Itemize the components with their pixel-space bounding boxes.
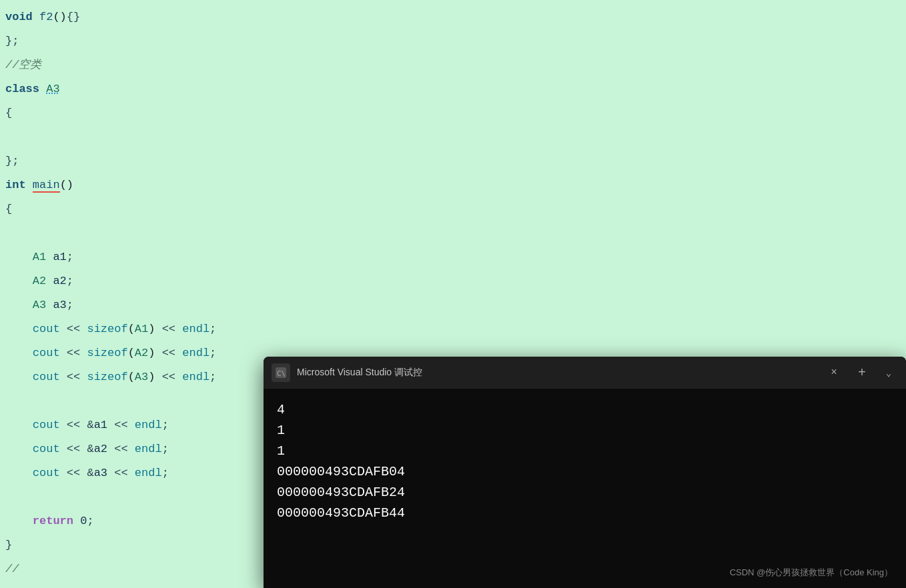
code-line: A3 a3; — [5, 293, 216, 317]
terminal-output-line-5: 000000493CDAFB24 — [277, 482, 893, 503]
terminal-new-tab-button[interactable]: + — [851, 362, 873, 383]
terminal-output-line-4: 000000493CDAFB04 — [277, 461, 893, 482]
svg-text:C\: C\ — [277, 369, 286, 378]
code-line: class A3 — [5, 77, 216, 101]
terminal-titlebar: C\ Microsoft Visual Studio 调试控 × + ⌄ — [264, 357, 906, 389]
code-line: cout << &a2 << endl; — [5, 437, 216, 461]
terminal-title: Microsoft Visual Studio 调试控 — [297, 367, 817, 379]
code-line: cout << sizeof(A2) << endl; — [5, 341, 216, 365]
terminal-footer: CSDN @伤心男孩拯救世界（Code King） — [730, 566, 893, 580]
code-line: int main() — [5, 173, 216, 197]
terminal-close-button[interactable]: × — [823, 362, 845, 383]
code-line: cout << sizeof(A3) << endl; — [5, 365, 216, 389]
terminal-output-line-6: 000000493CDAFB44 — [277, 503, 893, 523]
code-line — [5, 221, 216, 245]
code-line: // — [5, 557, 216, 581]
code-line: A1 a1; — [5, 245, 216, 269]
code-line — [5, 485, 216, 509]
code-line: }; — [5, 149, 216, 173]
code-line: void f2(){} — [5, 5, 216, 29]
code-line: }; — [5, 29, 216, 53]
code-line: cout << sizeof(A1) << endl; — [5, 317, 216, 341]
terminal-app-icon: C\ — [272, 363, 290, 382]
terminal-output-line-3: 1 — [277, 441, 893, 461]
code-content: void f2(){} }; //空类 class A3 { }; int ma… — [0, 0, 216, 588]
code-line: return 0; — [5, 509, 216, 533]
code-line — [5, 125, 216, 149]
terminal-output-line-2: 1 — [277, 420, 893, 441]
code-line — [5, 389, 216, 413]
code-line: cout << &a1 << endl; — [5, 413, 216, 437]
code-line: //空类 — [5, 53, 216, 77]
terminal-body: 4 1 1 000000493CDAFB04 000000493CDAFB24 … — [264, 389, 906, 588]
code-line: // — [5, 581, 216, 588]
code-line: { — [5, 197, 216, 221]
code-line: cout << &a3 << endl; — [5, 461, 216, 485]
code-line: { — [5, 101, 216, 125]
terminal-dropdown-button[interactable]: ⌄ — [879, 362, 898, 383]
terminal-output-line-1: 4 — [277, 399, 893, 420]
code-line: } — [5, 533, 216, 557]
code-line: A2 a2; — [5, 269, 216, 293]
terminal-window: C\ Microsoft Visual Studio 调试控 × + ⌄ 4 1… — [264, 357, 906, 588]
